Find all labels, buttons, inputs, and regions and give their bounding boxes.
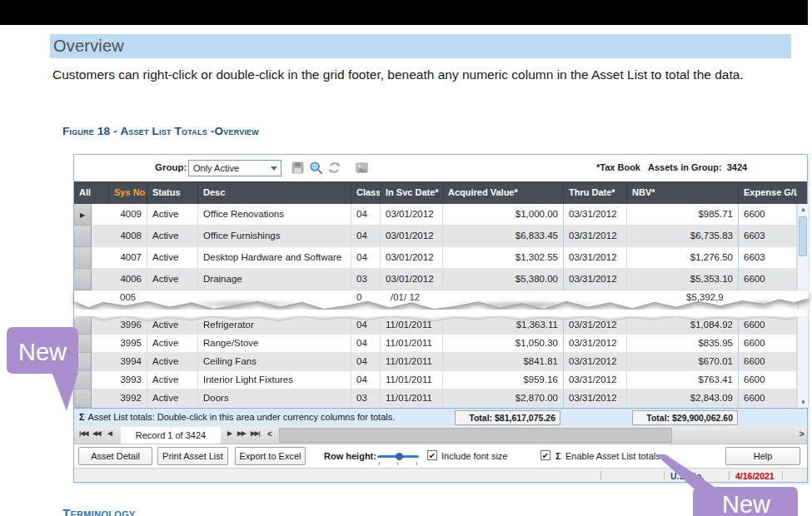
nav-prev-icon[interactable]: ◀ xyxy=(107,429,112,437)
cell-nbv[interactable]: $1,276.50 xyxy=(627,247,739,269)
cell-status[interactable]: Active xyxy=(147,204,198,226)
cell-thru-date[interactable]: 03/31/2012 xyxy=(564,316,627,335)
cell-expense-gl[interactable]: 6600 xyxy=(739,371,797,389)
cell-in-svc-date[interactable]: 03/01/2012 xyxy=(381,269,443,290)
row-selector[interactable] xyxy=(74,316,92,335)
asset-row[interactable]: 4008ActiveOffice Furnishings0403/01/2012… xyxy=(74,226,807,247)
cell-status[interactable]: Active xyxy=(147,269,198,290)
image-icon[interactable] xyxy=(355,161,369,175)
cell-in-svc-date[interactable]: 11/01/2011 xyxy=(381,316,443,335)
cell-sys-no[interactable]: 3993 xyxy=(92,371,147,389)
asset-detail-button[interactable]: Asset Detail xyxy=(78,447,152,465)
cell-expense-gl[interactable]: 6600 xyxy=(739,269,797,290)
cell-thru-date[interactable]: 03/31/2012 xyxy=(564,371,627,389)
cell-sys-no[interactable]: 4007 xyxy=(92,247,147,269)
cell-nbv[interactable]: $763.41 xyxy=(627,371,739,389)
cell-acquired-value[interactable]: $6,833.45 xyxy=(443,226,564,247)
cell-thru-date[interactable]: 03/31/2012 xyxy=(564,269,627,290)
cell-status[interactable]: Active xyxy=(147,389,198,408)
asset-row[interactable]: 3996ActiveRefrigerator0411/01/2011$1,363… xyxy=(74,316,807,335)
cell-thru-date[interactable]: 03/31/2012 xyxy=(564,226,627,247)
cell-class[interactable]: 03 xyxy=(351,269,381,290)
cell-sys-no[interactable]: 3994 xyxy=(92,353,147,371)
cell-desc[interactable]: Interior Light Fixtures xyxy=(198,371,351,389)
include-font-size-label[interactable]: Include font size xyxy=(441,451,508,461)
cell-thru-date[interactable]: 03/31/2012 xyxy=(564,204,627,226)
cell-sys-no[interactable]: 4009 xyxy=(92,204,147,226)
enable-totals-label[interactable]: Enable Asset List totals xyxy=(565,451,660,461)
cell-class[interactable]: 04 xyxy=(351,335,381,353)
slider-thumb[interactable] xyxy=(396,453,403,460)
print-asset-list-button[interactable]: Print Asset List xyxy=(157,447,228,465)
cell-expense-gl[interactable]: 6603 xyxy=(739,226,797,247)
row-selector[interactable] xyxy=(74,371,92,389)
cell-acquired-value[interactable]: $1,363.11 xyxy=(443,316,564,335)
cell-acquired-value[interactable]: $1,302.55 xyxy=(443,247,564,269)
hscroll-left-icon[interactable]: < xyxy=(267,429,271,439)
cell-desc[interactable]: Refrigerator xyxy=(198,316,351,335)
cell-in-svc-date[interactable]: 11/01/2011 xyxy=(381,335,443,353)
scroll-up-icon[interactable]: ▲ xyxy=(798,204,809,215)
cell-acquired-value[interactable]: $5,380.00 xyxy=(443,269,564,290)
header-all[interactable]: All xyxy=(74,181,109,204)
cell-expense-gl[interactable]: 6600 xyxy=(739,204,797,226)
cell-nbv[interactable]: $6,735.83 xyxy=(627,226,739,247)
asset-row[interactable]: 3994ActiveCeiling Fans0411/01/2011$841.8… xyxy=(74,353,807,371)
cell-thru-date[interactable]: 03/31/2012 xyxy=(564,247,627,269)
cell-expense-gl[interactable]: 6600 xyxy=(739,335,797,353)
enable-totals-checkbox[interactable]: ✔ xyxy=(541,450,550,460)
header-thru-date[interactable]: Thru Date* xyxy=(564,181,627,204)
refresh-icon[interactable] xyxy=(327,161,341,175)
row-selector[interactable] xyxy=(74,226,92,247)
cell-class[interactable]: 04 xyxy=(351,226,381,247)
cell-sys-no[interactable]: 3992 xyxy=(92,389,147,408)
row-selector[interactable] xyxy=(74,247,92,269)
cell-class[interactable]: 03 xyxy=(351,389,381,408)
asset-row[interactable]: 3992ActiveDoors0311/01/2011$2,870.0003/3… xyxy=(74,389,807,408)
cell-desc[interactable]: Office Furnishings xyxy=(198,226,351,247)
cell-thru-date[interactable]: 03/31/2012 xyxy=(564,389,627,408)
cell-thru-date[interactable]: 03/31/2012 xyxy=(564,335,627,353)
cell-in-svc-date[interactable]: 03/01/2012 xyxy=(381,226,443,247)
row-selector[interactable] xyxy=(74,335,92,353)
cell-in-svc-date[interactable]: 11/01/2011 xyxy=(381,353,443,371)
cell-desc[interactable]: Desktop Hardware and Software xyxy=(198,247,351,269)
vertical-scroll-thumb[interactable] xyxy=(799,216,807,256)
cell-nbv[interactable]: $835.95 xyxy=(627,335,739,353)
asset-row[interactable]: ▶4009ActiveOffice Renovations0403/01/201… xyxy=(74,204,807,226)
header-sys-no[interactable]: Sys No xyxy=(109,181,147,204)
cell-in-svc-date[interactable]: 03/01/2012 xyxy=(381,204,443,226)
cell-class[interactable]: 04 xyxy=(351,247,381,269)
cell-thru-date[interactable]: 03/31/2012 xyxy=(564,353,627,371)
cell-acquired-value[interactable]: $1,000.00 xyxy=(443,204,564,226)
header-status[interactable]: Status xyxy=(147,181,198,204)
row-selector[interactable] xyxy=(74,353,92,371)
cell-acquired-value[interactable]: $959.16 xyxy=(443,371,564,389)
header-in-svc-date[interactable]: In Svc Date* xyxy=(381,181,443,204)
totals-footer[interactable]: ΣAsset List totals: Double-click in this… xyxy=(74,408,807,426)
cell-status[interactable]: Active xyxy=(147,335,198,353)
cell-in-svc-date[interactable]: 11/01/2011 xyxy=(381,389,443,408)
nav-next-page-icon[interactable]: ▶▶ xyxy=(237,429,246,437)
header-acquired-value[interactable]: Acquired Value* xyxy=(443,181,564,204)
cell-expense-gl[interactable]: 6600 xyxy=(739,316,797,335)
cell-class[interactable]: 04 xyxy=(351,204,381,226)
cell-nbv[interactable]: $2,843.09 xyxy=(627,389,739,408)
nav-first-icon[interactable]: |◀◀ xyxy=(79,429,88,437)
cell-nbv[interactable]: $1,084.92 xyxy=(627,316,739,335)
search-icon[interactable] xyxy=(309,161,323,175)
cell-status[interactable]: Active xyxy=(147,371,198,389)
cell-nbv[interactable]: $985.71 xyxy=(627,204,739,226)
asset-row[interactable]: 3995ActiveRange/Stove0411/01/2011$1,050.… xyxy=(74,335,807,353)
header-desc[interactable]: Desc xyxy=(198,181,351,204)
header-class[interactable]: Class xyxy=(351,181,381,204)
include-font-size-checkbox[interactable]: ✔ xyxy=(427,450,437,460)
row-height-slider[interactable] xyxy=(377,455,419,458)
cell-status[interactable]: Active xyxy=(147,226,198,247)
row-selector[interactable] xyxy=(74,389,92,408)
scroll-down-icon[interactable]: ▼ xyxy=(798,397,809,408)
row-selector[interactable] xyxy=(74,269,92,290)
help-button[interactable]: Help xyxy=(725,447,800,465)
cell-acquired-value[interactable]: $841.81 xyxy=(443,353,564,371)
cell-expense-gl[interactable]: 6600 xyxy=(739,389,797,408)
